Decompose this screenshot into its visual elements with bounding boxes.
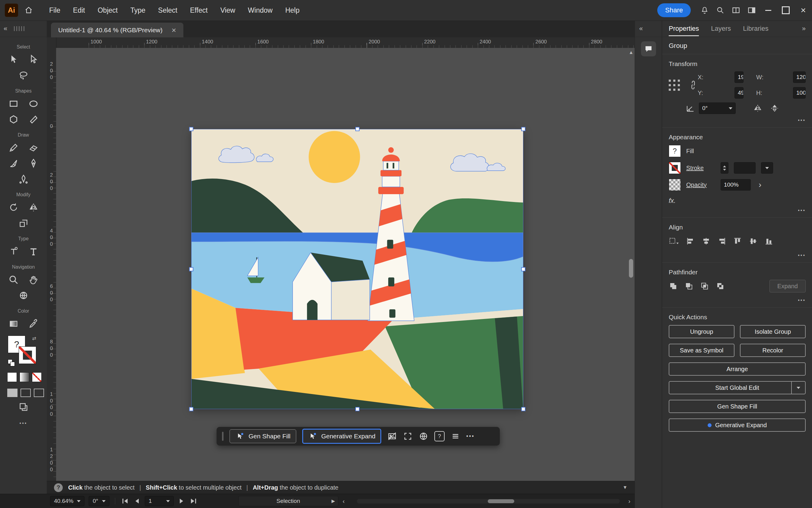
selection-handle-bottom-middle[interactable]	[355, 407, 360, 411]
more-options-icon[interactable]: •••	[798, 208, 806, 213]
gen-shape-fill-button[interactable]: Gen Shape Fill	[230, 429, 296, 443]
reference-point-locator[interactable]	[669, 80, 680, 91]
search-icon[interactable]	[713, 0, 728, 20]
opacity-swatch[interactable]	[669, 179, 681, 191]
ellipse-tool[interactable]	[28, 98, 39, 110]
align-right-icon[interactable]	[718, 237, 726, 245]
hand-tool[interactable]	[28, 274, 39, 286]
horizontal-scrollbar[interactable]	[357, 499, 620, 504]
align-left-icon[interactable]	[686, 237, 695, 245]
more-options-icon[interactable]: •••	[466, 433, 475, 439]
globe-icon[interactable]	[419, 431, 428, 441]
selection-handle-bottom-left[interactable]	[189, 407, 193, 411]
collapse-tools-icon[interactable]: «	[4, 25, 7, 33]
horizontal-scrollbar-thumb[interactable]	[488, 499, 514, 503]
hide-artwork-icon[interactable]	[387, 431, 397, 441]
gen-shape-fill-action-button[interactable]: Gen Shape Fill	[669, 400, 806, 413]
arrange-documents-icon[interactable]	[728, 0, 744, 20]
canvas[interactable]: ▲ Gen Shape Fill Generative Expand	[56, 48, 635, 481]
menu-help[interactable]: Help	[279, 0, 306, 20]
more-options-icon[interactable]: •••	[798, 298, 806, 303]
shaper-tool[interactable]	[28, 114, 39, 125]
pathfinder-intersect-icon[interactable]	[700, 282, 709, 291]
zoom-select[interactable]: 40.64%	[50, 496, 84, 506]
tab-layers[interactable]: Layers	[711, 25, 731, 33]
home-icon[interactable]	[25, 6, 33, 14]
play-icon[interactable]: ▶	[331, 498, 335, 504]
vertical-ruler[interactable]: 200 0 200 400 600 800 1000 1200	[47, 48, 56, 481]
collapse-panel-icon[interactable]: »	[802, 25, 806, 33]
close-button[interactable]: ×	[795, 0, 812, 20]
menu-view[interactable]: View	[214, 0, 241, 20]
generative-expand-action-button[interactable]: Generative Expand	[669, 418, 806, 432]
share-button[interactable]: Share	[657, 3, 691, 17]
selection-handle-top-right[interactable]	[521, 127, 525, 131]
more-options-icon[interactable]: •••	[798, 118, 806, 123]
global-edit-options-icon[interactable]	[791, 382, 805, 394]
document-tab[interactable]: Untitled-1 @ 40.64 % (RGB/Preview) ×	[51, 23, 184, 37]
tab-close-icon[interactable]: ×	[172, 26, 176, 34]
horizontal-ruler[interactable]: 1000 1200 1400 1600 1800 2000 2200 2400 …	[47, 37, 635, 48]
gradient-tool[interactable]	[8, 318, 19, 330]
collapse-strip-icon[interactable]: «	[639, 25, 643, 33]
rotation-select[interactable]: 0°	[89, 496, 109, 506]
stroke-swatch[interactable]	[669, 162, 681, 174]
menu-edit[interactable]: Edit	[67, 0, 91, 20]
page-input[interactable]: 1	[145, 496, 174, 506]
selection-tool[interactable]	[8, 54, 19, 66]
pathfinder-minus-front-icon[interactable]	[684, 282, 693, 291]
color-button[interactable]	[7, 372, 17, 382]
align-top-icon[interactable]	[733, 237, 742, 245]
sun-shape[interactable]	[309, 131, 360, 183]
house-shape[interactable]	[293, 253, 370, 320]
reflect-tool[interactable]	[28, 202, 39, 213]
scroll-left-icon[interactable]: ‹	[343, 498, 345, 505]
rotate-view-tool[interactable]	[18, 290, 29, 301]
lasso-tool[interactable]	[18, 70, 29, 81]
opacity-label[interactable]: Opacity	[686, 181, 715, 188]
help-icon[interactable]: ?	[434, 431, 445, 441]
edit-toolbar-icon[interactable]: •••	[0, 421, 47, 426]
eraser-tool[interactable]	[28, 142, 39, 154]
house-door-shape[interactable]	[307, 300, 318, 320]
link-dimensions-icon[interactable]	[689, 81, 698, 90]
type-tool[interactable]	[28, 246, 39, 257]
menu-file[interactable]: File	[43, 0, 67, 20]
align-center-horizontal-icon[interactable]	[702, 237, 710, 245]
tab-properties[interactable]: Properties	[669, 21, 699, 36]
effects-button[interactable]: fx.	[669, 193, 806, 205]
pathfinder-exclude-icon[interactable]	[716, 282, 725, 291]
draw-inside-button[interactable]	[34, 389, 44, 397]
workspace-switcher-icon[interactable]	[744, 0, 760, 20]
start-global-edit-button[interactable]: Start Global Edit	[669, 381, 806, 394]
eyedropper-tool[interactable]	[28, 318, 39, 330]
ruler-origin-corner[interactable]	[47, 37, 56, 48]
stroke-color-swatch[interactable]	[19, 346, 36, 364]
rectangle-tool[interactable]	[8, 98, 19, 110]
previous-page-button[interactable]	[134, 499, 140, 504]
height-input[interactable]: 1000 px	[793, 87, 806, 98]
draw-behind-button[interactable]	[21, 389, 31, 397]
next-page-button[interactable]	[178, 499, 185, 504]
default-fill-stroke-icon[interactable]	[8, 359, 12, 364]
selection-handle-middle-right[interactable]	[521, 267, 525, 271]
direct-selection-tool[interactable]	[28, 54, 39, 66]
expand-button[interactable]: Expand	[769, 280, 806, 292]
generative-expand-button[interactable]: Generative Expand	[302, 429, 381, 444]
fit-view-icon[interactable]	[403, 431, 413, 441]
taskbar-drag-handle[interactable]	[222, 432, 224, 441]
artboard-tool[interactable]	[18, 401, 29, 413]
align-bottom-icon[interactable]	[765, 237, 773, 245]
flip-vertical-icon[interactable]	[770, 104, 779, 113]
align-to-select-icon[interactable]	[669, 237, 679, 246]
flip-horizontal-icon[interactable]	[753, 104, 762, 113]
stroke-weight-stepper[interactable]	[721, 162, 728, 174]
rotation-angle-select[interactable]: 0°	[699, 102, 736, 114]
fill-swatch[interactable]: ?	[669, 145, 681, 157]
recolor-button[interactable]: Recolor	[740, 344, 806, 357]
stroke-label[interactable]: Stroke	[686, 165, 715, 172]
pencil-tool[interactable]	[8, 142, 19, 154]
last-page-button[interactable]	[189, 499, 198, 504]
menu-select[interactable]: Select	[152, 0, 184, 20]
isolate-group-button[interactable]: Isolate Group	[740, 325, 806, 338]
